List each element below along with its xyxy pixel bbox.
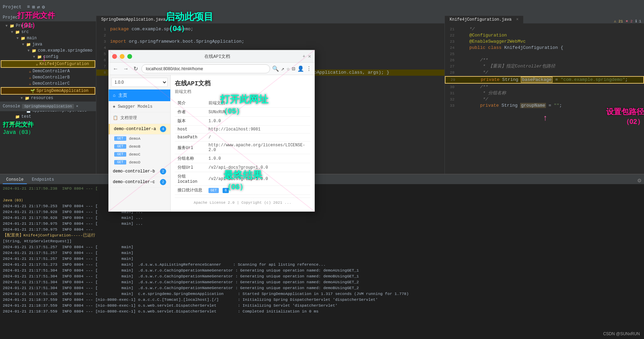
- code-line: 1 package com.example.springdemo;: [96, 26, 444, 32]
- java-icon: ☕: [29, 75, 31, 80]
- search-icon[interactable]: 🔍: [272, 65, 279, 72]
- info-badge: ℹ 1: [635, 19, 641, 23]
- code-line: 30 /**: [445, 84, 644, 90]
- tree-arrow: ▼: [6, 24, 10, 28]
- tab-spring-app[interactable]: SpringDemoApplication.java ×: [96, 16, 178, 23]
- code-line: 28 */: [445, 70, 644, 76]
- log-line: 2024-01-21 21:17:51.257 INFO 8804 --- [ …: [3, 256, 641, 262]
- log-line: 2024-01-21 21:17:51.304 INFO 8804 --- [ …: [3, 267, 641, 273]
- tree-item-project[interactable]: ▼ 📁 Project: [0, 23, 96, 29]
- tab-endpoints[interactable]: Endpoints: [28, 176, 57, 184]
- log-line: Java（03）: [3, 197, 641, 203]
- log-line: 2024-01-21 21:17:51.273 INFO 8804 --- [ …: [3, 262, 641, 267]
- table-row: 服务Urlhttp://www.apache.org/licenses/LICE…: [175, 141, 310, 154]
- tree-item-target[interactable]: 📁 target: [0, 120, 96, 126]
- menu-icon[interactable]: ⋮: [306, 65, 312, 72]
- tab-close[interactable]: ×: [170, 17, 172, 22]
- code-line: 26 /**: [445, 57, 644, 63]
- code-line: 33 private String groupName = "";: [445, 103, 644, 109]
- code-line: 25: [445, 51, 644, 57]
- tree-item-resources[interactable]: ▼ 📁 resources: [0, 95, 96, 101]
- tree-label: DemoControllerB: [33, 75, 70, 80]
- method-demoC[interactable]: GET demoC: [109, 150, 170, 158]
- log-line: 2024-01-21 21:17:50.975 INFO 8804 ---: [3, 226, 641, 232]
- toolbar-icon-1[interactable]: ≡: [27, 4, 30, 10]
- folder-icon: 📁: [32, 49, 36, 53]
- tree-item-test[interactable]: 📁 test: [0, 114, 96, 120]
- folder-icon: 📁: [26, 42, 31, 47]
- browser-close-button[interactable]: [112, 54, 117, 59]
- spring-icon: 🌱: [30, 89, 35, 93]
- tree-item-knife4j[interactable]: ☕ Knife4jConfiguration: [1, 60, 95, 68]
- browser-title: 在线API文档: [135, 53, 300, 60]
- code-line: 31 * 分组名称: [445, 90, 644, 96]
- method-demoA[interactable]: GET demoA: [109, 135, 170, 142]
- tab-close-right[interactable]: ×: [516, 17, 518, 22]
- toolbar-icons: ≡ ⊞ ⇄ ⚙: [27, 4, 45, 10]
- back-button[interactable]: ←: [111, 65, 120, 73]
- table-row: 简介前端文档: [175, 99, 310, 108]
- browser-main-content: 在线API文档 前端文档 简介前端文档 作者SUNxRUN 版本1.0.0 ho…: [171, 75, 314, 211]
- tree-label: target: [16, 120, 31, 125]
- java-icon: ☕: [36, 62, 38, 66]
- tree-label: java: [32, 42, 42, 47]
- run-label: Console: [3, 104, 20, 109]
- api-subtitle: 前端文档: [175, 89, 310, 95]
- tab-console[interactable]: Console: [3, 176, 27, 184]
- method-demoB[interactable]: GET demoB: [109, 142, 170, 150]
- error-badge: ✖ 2: [626, 19, 633, 23]
- browser-close-icon[interactable]: ✕: [308, 53, 311, 59]
- forward-button[interactable]: →: [122, 65, 130, 73]
- table-row: basePath/: [175, 134, 310, 141]
- tree-label: config: [43, 54, 58, 59]
- share-icon[interactable]: ↗: [281, 65, 285, 72]
- tree-item-config[interactable]: ▼ 📁 config: [0, 54, 96, 60]
- tree-item-src[interactable]: ▼ 📁 src: [0, 29, 96, 35]
- settings-icon[interactable]: ⚙: [637, 177, 641, 184]
- toolbar-icon-3[interactable]: ⇄: [37, 4, 40, 10]
- tree-item-controllerb[interactable]: ☕ DemoControllerB: [0, 74, 96, 81]
- browser-max-button[interactable]: [127, 54, 132, 59]
- log-line: 2024-01-21 21:17:51.304 INFO 8804 --- [ …: [3, 285, 641, 291]
- tree-label: com.example.springdemo: [38, 48, 92, 53]
- get-stats-badge: GET: [208, 188, 219, 193]
- tree-item-package[interactable]: ▼ 📁 com.example.springdemo: [0, 47, 96, 54]
- folder-icon: 📁: [15, 30, 20, 34]
- controller-c[interactable]: demo-controller-c 2: [109, 177, 170, 188]
- controller-a[interactable]: demo-controller-a 4: [109, 124, 170, 135]
- account-icon[interactable]: 👤: [297, 65, 304, 72]
- controller-b[interactable]: demo-controller-b 2: [109, 166, 170, 177]
- nav-swagger-models[interactable]: ◈ Swagger Models: [109, 101, 170, 112]
- java-icon: ☕: [29, 82, 31, 86]
- editor-tabs: SpringDemoApplication.java ×: [96, 14, 444, 23]
- method-demoD[interactable]: GET demoD: [109, 158, 170, 166]
- tree-item-main[interactable]: ▼ 📁 main: [0, 35, 96, 41]
- tree-item-springapp[interactable]: 🌱 SpringDemoApplication: [1, 87, 95, 95]
- home-icon: ⌂: [113, 93, 116, 98]
- tree-item-controllerc[interactable]: ☕ DemoControllerC: [0, 81, 96, 87]
- version-select[interactable]: 1.0.0: [111, 78, 168, 87]
- run-tab[interactable]: SpringDemoApplication: [22, 104, 74, 109]
- toolbar-icon-4[interactable]: ⚙: [42, 4, 45, 10]
- bookmark-icon[interactable]: ☆: [287, 65, 290, 72]
- browser-new-tab[interactable]: +: [302, 54, 305, 59]
- log-line: 2024-01-21 21:18:37.559 INFO 8804 --- [n…: [3, 303, 641, 308]
- log-line: (v2.5.9): [3, 191, 641, 197]
- tree-label: src: [21, 30, 29, 34]
- nav-home[interactable]: ⌂ 主页: [109, 89, 170, 101]
- tree-item-controllera[interactable]: ☕ DemoControllerA: [0, 68, 96, 74]
- tree-item-java[interactable]: ▼ 📁 java: [0, 41, 96, 47]
- reader-icon[interactable]: ⊡: [292, 65, 295, 72]
- toolbar-icon-2[interactable]: ⊞: [32, 4, 35, 10]
- bottom-panel: Console Endpoints ⚙ 2024-01-21 21:17:50.…: [0, 174, 644, 339]
- browser-min-button[interactable]: [120, 54, 125, 59]
- tab-knife4j[interactable]: Knife4jConfiguration.java ×: [445, 16, 524, 23]
- method-label: demoB: [129, 145, 140, 149]
- nav-doc-manage[interactable]: 📋 文档管理: [109, 112, 170, 124]
- log-line: 2024-01-21 21:18:37.559 INFO 8804 --- [n…: [3, 308, 641, 314]
- refresh-button[interactable]: ↻: [132, 65, 139, 73]
- get-badge: GET: [114, 136, 126, 141]
- url-bar[interactable]: [141, 64, 270, 73]
- api-sidebar: 1.0.0 ⌂ 主页 ◈ Swagger Models 📋 文档管理 demo-…: [109, 75, 171, 211]
- controller-c-badge: 2: [160, 179, 166, 185]
